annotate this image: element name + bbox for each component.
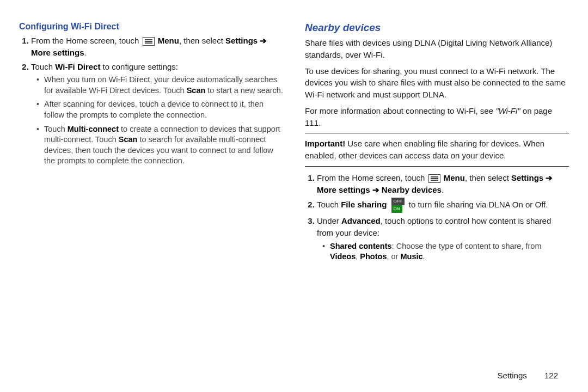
important-note: Important! Use care when enabling file s… (305, 138, 569, 162)
text: From the Home screen, touch (31, 36, 142, 45)
right-column: Nearby devices Share files with devices … (294, 22, 569, 378)
text: to configure settings: (100, 62, 178, 71)
text: , then select (465, 173, 511, 182)
manual-page: Configuring Wi-Fi Direct From the Home s… (0, 0, 588, 392)
wifi-direct-bullets: When you turn on Wi-Fi Direct, your devi… (36, 75, 283, 167)
text: . (84, 48, 87, 57)
file-sharing-label: File sharing (341, 200, 387, 209)
text: , or (387, 252, 400, 261)
toggle-off: OFF (391, 198, 405, 205)
text: Touch (44, 125, 68, 133)
wifi-reference: For more information about connecting to… (305, 105, 569, 129)
videos-label: Videos (330, 252, 356, 261)
photos-label: Photos (360, 252, 387, 261)
toggle-off-on-icon: OFF ON (391, 198, 405, 213)
text: to turn file sharing via DLNA On or Off. (409, 200, 548, 209)
text: Under (317, 216, 341, 225)
intro-dlna: Share files with devices using DLNA (Dig… (305, 37, 569, 61)
nd-step-2: Touch File sharing OFF ON to turn file s… (317, 198, 569, 213)
bullet-scan: When you turn on Wi-Fi Direct, your devi… (36, 75, 283, 96)
text: to start a new search. (205, 86, 283, 95)
wifi-direct-steps: From the Home screen, touch Menu, then s… (31, 35, 283, 167)
toggle-on: ON (391, 205, 402, 213)
advanced-bullets: Shared contents: Choose the type of cont… (322, 241, 569, 262)
arrow-icon: ➔ (372, 185, 379, 194)
step-2: Touch Wi-Fi Direct to configure settings… (31, 61, 283, 167)
menu-label: Menu (444, 173, 465, 182)
footer-page-number: 122 (544, 371, 558, 380)
path-more-settings: More settings (31, 48, 84, 57)
shared-contents-label: Shared contents (330, 242, 392, 250)
wifi-direct-label: Wi-Fi Direct (55, 62, 100, 71)
arrow-icon: ➔ (546, 173, 553, 182)
bullet-multi-connect: Touch Multi-connect to create a connecti… (36, 124, 283, 167)
heading-nearby-devices: Nearby devices (305, 22, 569, 34)
menu-icon (143, 37, 155, 46)
requirement-note: To use devices for sharing, you must con… (305, 65, 569, 101)
scan-label: Scan (187, 86, 206, 95)
heading-configuring-wifi-direct: Configuring Wi-Fi Direct (19, 22, 283, 32)
divider-top (305, 133, 569, 133)
path-settings: Settings (225, 36, 258, 45)
path-nearby-devices: Nearby devices (382, 185, 442, 194)
important-label: Important! (305, 139, 347, 148)
text: Touch (31, 62, 55, 71)
advanced-label: Advanced (341, 216, 381, 225)
bullet-shared-contents: Shared contents: Choose the type of cont… (322, 241, 569, 262)
nd-step-1: From the Home screen, touch Menu, then s… (317, 172, 569, 196)
wifi-link: "Wi-Fi" (495, 106, 520, 115)
text: : Choose the type of content to share, f… (392, 242, 542, 250)
footer-section: Settings (498, 371, 527, 380)
bullet-connect: After scanning for devices, touch a devi… (36, 99, 283, 120)
arrow-icon: ➔ (260, 36, 267, 45)
left-column: Configuring Wi-Fi Direct From the Home s… (19, 22, 294, 378)
text: From the Home screen, touch (317, 173, 427, 182)
text: . (423, 252, 425, 261)
path-more-settings: More settings (317, 185, 370, 194)
menu-label: Menu (158, 36, 179, 45)
nearby-devices-steps: From the Home screen, touch Menu, then s… (317, 172, 569, 262)
page-footer: Settings 122 (498, 371, 558, 380)
text: . (442, 185, 444, 194)
path-settings: Settings (511, 173, 543, 182)
text: , then select (179, 36, 225, 45)
scan-label: Scan (119, 135, 138, 144)
menu-icon (428, 174, 440, 183)
music-label: Music (400, 252, 422, 261)
text: For more information about connecting to… (305, 106, 495, 115)
nd-step-3: Under Advanced, touch options to control… (317, 215, 569, 262)
multi-connect-label: Multi-connect (68, 125, 119, 133)
step-1: From the Home screen, touch Menu, then s… (31, 35, 283, 59)
text: Touch (317, 200, 341, 209)
divider-bottom (305, 166, 569, 167)
